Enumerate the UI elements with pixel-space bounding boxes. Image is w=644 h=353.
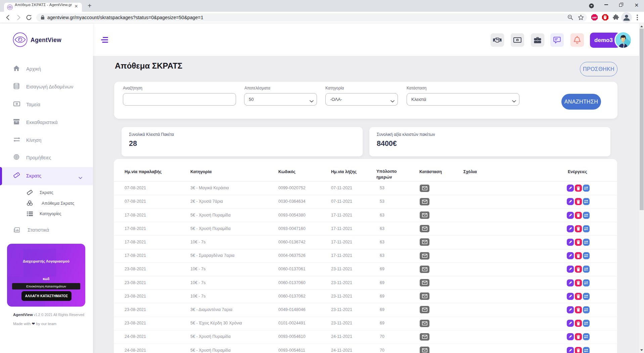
svg-text:ABP: ABP — [592, 16, 597, 19]
svg-text:1: 1 — [517, 39, 518, 41]
